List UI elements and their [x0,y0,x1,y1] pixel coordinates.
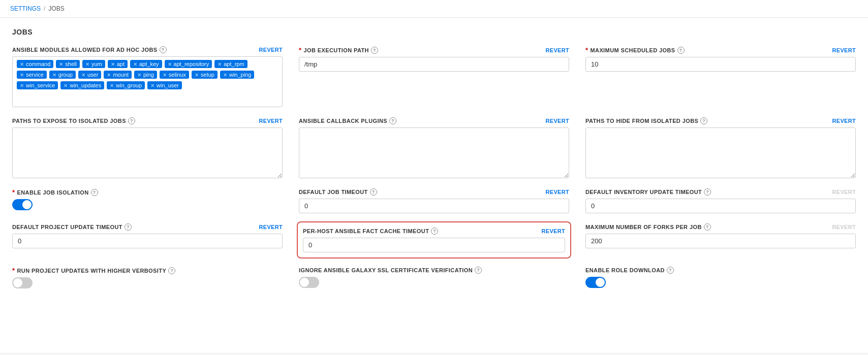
ignore-ansible-galaxy-ssl-header: IGNORE ANSIBLE GALAXY SSL CERTIFICATE VE… [299,267,569,274]
default-job-timeout-revert-btn[interactable]: REVERT [546,189,569,195]
tag-remove-icon[interactable]: ✕ [111,61,115,67]
paths-expose-field: PATHS TO EXPOSE TO ISOLATED JOBS ? REVER… [12,117,283,178]
list-item[interactable]: ✕yum [82,60,105,68]
maximum-forks-revert-btn[interactable]: REVERT [832,224,856,230]
page-title: JOBS [12,28,856,36]
list-item[interactable]: ✕apt_key [130,60,162,68]
ansible-callback-plugins-label: ANSIBLE CALLBACK PLUGINS ? [299,117,396,124]
paths-expose-revert-btn[interactable]: REVERT [259,118,283,124]
enable-job-isolation-help-icon[interactable]: ? [91,189,98,196]
job-execution-path-header: * JOB EXECUTION PATH ? REVERT [299,46,569,54]
ansible-modules-tags: ✕command✕shell✕yum✕apt✕apt_key✕apt_repos… [12,56,283,107]
default-project-update-timeout-input[interactable] [12,234,283,248]
default-job-timeout-help-icon[interactable]: ? [370,188,377,196]
ansible-callback-plugins-input[interactable] [299,127,569,178]
tag-remove-icon[interactable]: ✕ [223,72,227,78]
tag-remove-icon[interactable]: ✕ [81,72,85,78]
tag-remove-icon[interactable]: ✕ [20,72,24,78]
per-host-ansible-fact-cache-timeout-revert-btn[interactable]: REVERT [542,228,565,234]
paths-hide-revert-btn[interactable]: REVERT [832,118,856,124]
ignore-ansible-galaxy-ssl-help-icon[interactable]: ? [475,267,482,274]
ansible-callback-plugins-revert-btn[interactable]: REVERT [546,118,569,124]
ansible-callback-plugins-help-icon[interactable]: ? [389,117,396,124]
list-item[interactable]: ✕win_user [147,81,182,89]
maximum-scheduled-jobs-revert-btn[interactable]: REVERT [832,47,856,53]
list-item[interactable]: ✕ping [134,71,157,79]
default-inventory-update-timeout-input[interactable] [585,199,856,213]
tag-remove-icon[interactable]: ✕ [107,72,111,78]
maximum-forks-help-icon[interactable]: ? [704,223,711,231]
list-item[interactable]: ✕setup [192,71,218,79]
paths-hide-label: PATHS TO HIDE FROM ISOLATED JOBS ? [585,117,707,124]
tag-remove-icon[interactable]: ✕ [110,83,114,88]
per-host-ansible-fact-cache-timeout-field: PER-HOST ANSIBLE FACT CACHE TIMEOUT ? RE… [299,223,569,256]
maximum-forks-input[interactable] [585,234,856,248]
paths-expose-help-icon[interactable]: ? [128,117,135,124]
default-project-update-timeout-field: DEFAULT PROJECT UPDATE TIMEOUT ? REVERT [12,223,283,256]
tag-remove-icon[interactable]: ✕ [133,61,137,67]
default-job-timeout-label: DEFAULT JOB TIMEOUT ? [299,188,377,196]
tag-remove-icon[interactable]: ✕ [218,61,222,67]
ansible-modules-label: ANSIBLE MODULES ALLOWED FOR AD HOC JOBS … [12,46,167,53]
maximum-scheduled-jobs-help-icon[interactable]: ? [677,47,685,54]
run-project-updates-help-icon[interactable]: ? [168,267,175,274]
default-inventory-update-timeout-revert-btn[interactable]: REVERT [832,189,856,195]
tag-remove-icon[interactable]: ✕ [195,72,199,78]
enable-role-download-help-icon[interactable]: ? [667,267,674,274]
list-item[interactable]: ✕apt_rpm [214,60,247,68]
list-item[interactable]: ✕group [49,71,76,79]
paths-hide-input[interactable] [585,127,856,178]
default-job-timeout-input[interactable] [299,199,569,213]
maximum-forks-label: MAXIMUM NUMBER OF FORKS PER JOB ? [585,223,711,231]
tag-remove-icon[interactable]: ✕ [163,72,167,78]
tag-remove-icon[interactable]: ✕ [59,61,63,67]
ignore-ansible-galaxy-ssl-label: IGNORE ANSIBLE GALAXY SSL CERTIFICATE VE… [299,267,482,274]
enable-job-isolation-header: * ENABLE JOB ISOLATION ? [12,188,283,196]
enable-job-isolation-toggle[interactable] [12,199,33,210]
per-host-ansible-fact-cache-timeout-help-icon[interactable]: ? [431,228,438,235]
per-host-ansible-fact-cache-timeout-header: PER-HOST ANSIBLE FACT CACHE TIMEOUT ? RE… [303,228,565,235]
ansible-callback-plugins-header: ANSIBLE CALLBACK PLUGINS ? REVERT [299,117,569,124]
list-item[interactable]: ✕win_ping [220,71,254,79]
list-item[interactable]: ✕selinux [160,71,189,79]
list-item[interactable]: ✕win_service [17,81,58,89]
per-host-ansible-fact-cache-timeout-input[interactable] [303,238,565,252]
tag-remove-icon[interactable]: ✕ [168,61,172,67]
list-item[interactable]: ✕command [17,60,53,68]
breadcrumb-current: JOBS [48,5,64,12]
list-item[interactable]: ✕win_group [107,81,145,89]
job-execution-path-revert-btn[interactable]: REVERT [546,47,569,53]
paths-hide-help-icon[interactable]: ? [700,117,707,124]
list-item[interactable]: ✕apt_repository [165,60,212,68]
list-item[interactable]: ✕user [78,71,101,79]
tag-remove-icon[interactable]: ✕ [64,83,68,88]
ansible-modules-revert-btn[interactable]: REVERT [259,47,283,53]
list-item[interactable]: ✕mount [104,71,132,79]
list-item[interactable]: ✕shell [56,60,80,68]
paths-expose-input[interactable] [12,127,283,178]
maximum-forks-field: MAXIMUM NUMBER OF FORKS PER JOB ? REVERT [585,223,856,256]
maximum-forks-header: MAXIMUM NUMBER OF FORKS PER JOB ? REVERT [585,223,856,231]
tag-remove-icon[interactable]: ✕ [150,83,154,88]
enable-role-download-field: ENABLE ROLE DOWNLOAD ? [585,267,856,288]
ansible-modules-help-icon[interactable]: ? [160,46,167,53]
default-project-update-timeout-help-icon[interactable]: ? [125,223,132,231]
tag-remove-icon[interactable]: ✕ [20,61,24,67]
breadcrumb-settings-link[interactable]: SETTINGS [10,5,41,12]
list-item[interactable]: ✕apt [108,60,128,68]
run-project-updates-toggle[interactable] [12,277,33,288]
ignore-ansible-galaxy-ssl-toggle[interactable] [299,277,319,288]
tag-remove-icon[interactable]: ✕ [52,72,56,78]
job-execution-path-input[interactable] [299,57,569,72]
tag-remove-icon[interactable]: ✕ [20,83,24,88]
maximum-scheduled-jobs-input[interactable] [585,57,856,72]
job-execution-path-help-icon[interactable]: ? [371,47,378,54]
enable-role-download-toggle[interactable] [585,277,606,288]
list-item[interactable]: ✕service [17,71,47,79]
breadcrumb: SETTINGS / JOBS [0,0,868,18]
tag-remove-icon[interactable]: ✕ [85,61,89,67]
tag-remove-icon[interactable]: ✕ [137,72,141,78]
list-item[interactable]: ✕win_updates [60,81,104,89]
default-project-update-timeout-revert-btn[interactable]: REVERT [259,224,283,230]
default-inventory-update-timeout-help-icon[interactable]: ? [704,188,711,196]
